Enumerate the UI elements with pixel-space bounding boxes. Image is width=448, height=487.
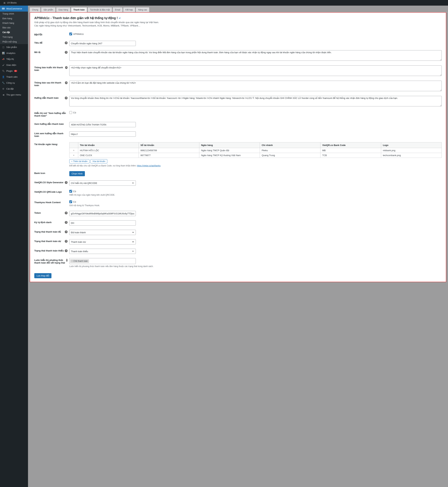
brush-icon: 🖌 — [2, 63, 5, 66]
cell-code: TCB — [320, 153, 381, 158]
page-desc-2: Các ngân hàng thông dụng như: Vietcomban… — [34, 24, 442, 27]
viewguide-input[interactable] — [69, 122, 136, 127]
status-lack-select[interactable]: Thanh toán thiếu — [69, 249, 136, 254]
help-icon[interactable]: ? — [65, 181, 68, 184]
grid-icon: ▦ — [3, 1, 6, 4]
close-icon[interactable]: × — [72, 260, 73, 262]
sidebar-item-users[interactable]: 👤 Thành viên — [0, 74, 28, 80]
user-icon: 👤 — [2, 75, 5, 78]
sidebar-collapse[interactable]: ◀ Thu gọn menu — [0, 92, 28, 98]
showguide-checkbox-label[interactable]: Có — [69, 111, 442, 114]
help-icon[interactable]: ? — [65, 66, 68, 69]
linkguide-label: Link xem hướng dẫn thanh toán — [34, 129, 69, 140]
sidebar-item-settings[interactable]: ⚙ Cài đặt — [0, 86, 28, 92]
prefix-input[interactable] — [69, 220, 136, 226]
tab-integration[interactable]: Kết hợp — [123, 7, 135, 12]
help-icon[interactable]: ? — [65, 81, 68, 84]
desc-textarea[interactable]: Thực hiện thanh toán chuyển khoản vào tà… — [69, 50, 442, 61]
help-icon[interactable]: ? — [65, 212, 68, 214]
always-show-taginput[interactable]: × Chờ thanh toán — [69, 258, 136, 264]
package-icon: ◫ — [2, 46, 5, 49]
th-code: VietQR.co Bank Code — [320, 143, 381, 148]
status-chip[interactable]: × Chờ thanh toán — [70, 259, 89, 263]
vietqr-api-link[interactable]: https://vietqr.co/api/banks — [137, 165, 160, 167]
sidebar-sub-orders[interactable]: Đơn hàng — [0, 16, 28, 21]
accounts-table: Tên tài khoản Số tài khoản Ngân hàng Chi… — [69, 142, 442, 158]
cell-number: 86778677 — [139, 153, 199, 158]
sidebar-item-analytics[interactable]: 📊 Analytics — [0, 50, 28, 56]
sidebar-item-marketing[interactable]: 📣 Tiếp thị — [0, 56, 28, 62]
table-row[interactable]: ≡ONE CLICK86778677Ngân hàng TMCP Kỹ thươ… — [70, 153, 442, 158]
before-textarea[interactable]: <h2>Hãy chọn ngân hàng để chuyển khoản</… — [69, 65, 442, 76]
adminbar-uxblocks[interactable]: ▦ UX Blocks — [1, 1, 18, 4]
status-extra-select[interactable]: Thanh toán dư — [69, 239, 136, 244]
title-input[interactable] — [69, 41, 136, 46]
tab-advanced[interactable]: Nâng cao — [136, 7, 149, 12]
th-bank: Ngân hàng — [199, 143, 260, 148]
sidebar-sub-reports[interactable]: Báo cáo — [0, 25, 28, 30]
sidebar-sub-customers[interactable]: Khách hàng — [0, 21, 28, 25]
page-desc-1: Giải pháp xử lý giao dịch tự động cho đơ… — [34, 21, 442, 24]
sidebar-sub-dashboard[interactable]: Trang chính — [0, 12, 28, 16]
cell-code: MB — [320, 148, 381, 153]
linkguide-input[interactable] — [69, 131, 136, 137]
sidebar-item-woocommerce[interactable]: WooCommerce — [0, 6, 28, 12]
thankyou-checkbox-label[interactable]: Có — [69, 200, 442, 203]
th-number: Số tài khoản — [139, 143, 199, 148]
help-icon[interactable]: ? — [65, 96, 68, 99]
accounts-label: Tài khoản ngân hàng: — [34, 140, 69, 169]
help-icon[interactable]: ? — [65, 41, 68, 44]
enable-checkbox[interactable] — [69, 32, 72, 35]
sidebar-item-plugins[interactable]: 🔌 Plugin 1 — [0, 68, 28, 74]
help-icon[interactable]: ? — [66, 259, 68, 262]
remove-account-button[interactable]: Xóa tài khoản — [90, 159, 107, 163]
qrstyle-select[interactable]: Chỉ hiển thị mã QRCODE — [69, 180, 136, 186]
accounts-hint: Để biết dữ liệu cho cột VietQR.co Bank C… — [69, 165, 442, 167]
help-icon[interactable]: ? — [65, 240, 68, 243]
guide-textarea[interactable]: Vui lòng chuyển khoản theo thông tin:<br… — [69, 96, 442, 106]
cell-bank: Ngân hàng TMCP Quân đội — [199, 148, 260, 153]
sidebar-item-products[interactable]: ◫ Sản phẩm — [0, 44, 28, 50]
tab-general[interactable]: Chung — [30, 7, 40, 12]
thankyou-desc: Giữ nội dung từ Thankyou Hook. — [69, 204, 442, 207]
thankyou-checkbox[interactable] — [69, 200, 72, 203]
help-icon[interactable]: ? — [65, 231, 68, 233]
qrlogo-checkbox[interactable] — [69, 190, 72, 193]
after-textarea[interactable]: <h2>Cảm ơn bạn đã đặt hàng trên website … — [69, 81, 442, 91]
tab-emails[interactable]: Email — [113, 7, 122, 12]
choose-image-button[interactable]: Chọn Hình — [69, 171, 85, 176]
drag-handle-icon[interactable]: ≡ — [70, 153, 78, 158]
showguide-checkbox[interactable] — [69, 111, 72, 114]
sidebar-sub-status[interactable]: Tình trạng — [0, 35, 28, 39]
tab-payments[interactable]: Thanh toán — [71, 7, 87, 12]
enable-checkbox-label[interactable]: APIWeb1c — [69, 32, 442, 35]
token-input[interactable] — [69, 211, 136, 216]
help-icon[interactable]: ? — [65, 249, 68, 252]
tab-accounts[interactable]: Tài khoản & Bảo mật — [88, 7, 112, 12]
qrlogo-checkbox-label[interactable]: Có — [69, 190, 442, 193]
qrlogo-desc: Hiển thị logo của ngân hàng bên dưới QRC… — [69, 194, 442, 196]
prefix-label: Ký tự định danh — [34, 221, 52, 224]
tab-shipping[interactable]: Giao hàng — [56, 7, 70, 12]
back-link-icon[interactable]: ↩ — [119, 17, 121, 19]
status-full-select[interactable]: Đã hoàn thành — [69, 230, 136, 235]
cell-logo: mbbank.png — [381, 148, 441, 153]
viewguide-label: Xem hướng dẫn thanh toán — [34, 120, 69, 129]
title-label: Tiêu đề — [34, 41, 42, 44]
sidebar-sub-settings[interactable]: Cài đặt — [0, 30, 28, 35]
settings-tabs: Chung Sản phẩm Giao hàng Thanh toán Tài … — [28, 6, 448, 12]
table-row[interactable]: ≡HUỲNH HỮU LỘC8882123456789Ngân hàng TMC… — [70, 148, 442, 153]
sidebar-sub-extensions[interactable]: Phần mở rộng — [0, 39, 28, 44]
sidebar-item-tools[interactable]: 🔧 Công cụ — [0, 80, 28, 86]
add-account-button[interactable]: + Thêm tài khoản — [69, 159, 89, 163]
admin-bar: ▦ UX Blocks — [0, 0, 448, 6]
tab-products[interactable]: Sản phẩm — [41, 7, 55, 12]
help-icon[interactable]: ? — [65, 51, 68, 54]
save-button[interactable]: Lưu thay đổi — [34, 273, 51, 278]
help-icon[interactable]: ? — [65, 221, 68, 224]
cell-name: HUỲNH HỮU LỘC — [78, 148, 139, 153]
drag-handle-icon[interactable]: ≡ — [70, 148, 78, 153]
sidebar-item-appearance[interactable]: 🖌 Giao diện — [0, 62, 28, 68]
page-title: APIWeb1c - Thanh toán đơn giản với hệ th… — [34, 16, 442, 20]
always-show-label: Luôn hiển thị phương thức thanh toán đối… — [34, 259, 65, 264]
